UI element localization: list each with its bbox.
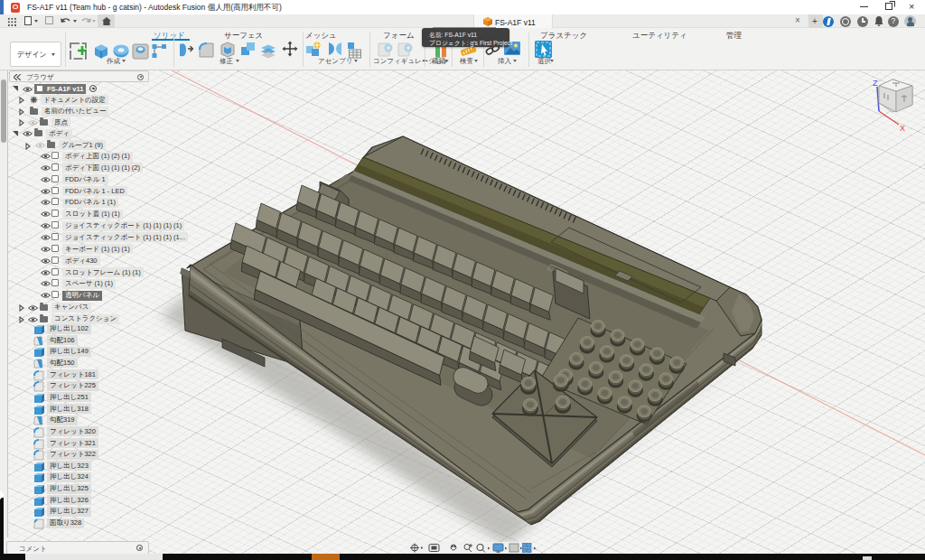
svg-text:X: X <box>900 124 905 133</box>
svg-text:Z: Z <box>873 79 878 88</box>
